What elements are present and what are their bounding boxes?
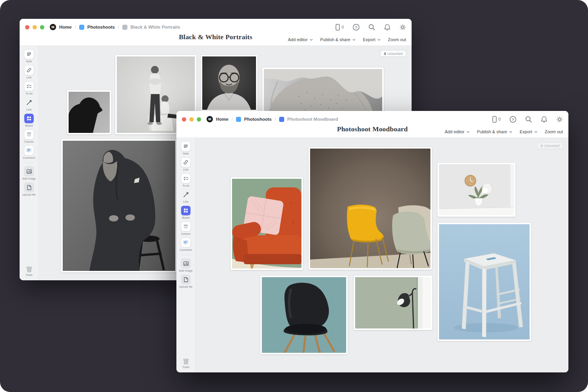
tool-column[interactable]: Column <box>24 130 34 143</box>
image-card-bald-man[interactable] <box>201 55 258 111</box>
image-card-black-chair[interactable] <box>260 276 348 354</box>
breadcrumb: M Home / Photoshoots / Black & White Por… <box>50 24 180 30</box>
chevron-down-icon <box>352 39 356 41</box>
image-card-woman-profile[interactable] <box>67 90 111 134</box>
header-icon-row: 0 ? <box>336 24 406 31</box>
minimize-window-button[interactable] <box>33 25 37 29</box>
tool-upload-file[interactable]: Upload file <box>22 183 36 196</box>
comment-icon <box>181 238 191 247</box>
device-count: 0 <box>498 117 501 122</box>
tool-add-image[interactable]: Add image <box>179 259 192 272</box>
tool-add-image[interactable]: Add image <box>22 167 36 180</box>
board-icon <box>24 114 34 123</box>
milanote-logo-icon[interactable]: M <box>50 24 56 30</box>
add-editor-menu[interactable]: Add editor <box>445 129 470 134</box>
tool-upload-file[interactable]: Upload file <box>179 275 192 288</box>
close-window-button[interactable] <box>182 117 186 122</box>
photo-orange-sofa <box>232 179 301 269</box>
column-icon <box>181 222 191 231</box>
image-card-orange-sofa[interactable] <box>230 177 303 270</box>
board-icon-photoshoots <box>79 25 84 30</box>
image-card-floor-lamp[interactable] <box>354 276 432 330</box>
tool-sidebar: Note Link To-do Line Board <box>176 138 196 372</box>
breadcrumb-current: Photoshoot Moodboard <box>287 117 338 122</box>
breadcrumb-home[interactable]: Home <box>216 117 229 122</box>
photo-woman-profile <box>69 92 110 133</box>
chevron-down-icon <box>509 131 512 133</box>
breadcrumb: M Home / Photoshoots / Photoshoot Moodbo… <box>207 116 338 122</box>
export-menu[interactable]: Export <box>520 129 537 134</box>
add-editor-menu[interactable]: Add editor <box>288 37 313 42</box>
breadcrumb-home[interactable]: Home <box>59 25 72 29</box>
board-icon-current <box>279 117 284 122</box>
chevron-down-icon <box>377 39 381 41</box>
breadcrumb-separator: / <box>118 25 119 29</box>
trash-icon <box>183 358 189 365</box>
publish-share-menu[interactable]: Publish & share <box>320 37 356 42</box>
tool-note[interactable]: Note <box>181 142 191 155</box>
unsorted-badge[interactable]: 3Unsorted <box>380 50 406 57</box>
search-icon[interactable] <box>525 116 532 123</box>
breadcrumb-separator: / <box>275 117 276 122</box>
fullscreen-window-button[interactable] <box>40 25 44 29</box>
settings-gear-icon[interactable] <box>556 116 563 123</box>
window-controls <box>182 117 201 122</box>
window-controls <box>25 25 44 29</box>
chevron-down-icon <box>466 131 470 133</box>
image-card-stool[interactable] <box>437 223 531 341</box>
notifications-bell-icon[interactable] <box>541 116 547 123</box>
fullscreen-window-button[interactable] <box>197 117 201 122</box>
header-icon-row: 0 ? <box>492 116 563 123</box>
zoom-out-button[interactable]: Zoom out <box>388 37 406 42</box>
search-icon[interactable] <box>368 24 375 31</box>
devices-button[interactable]: 0 <box>492 116 501 123</box>
tool-comment[interactable]: Comment <box>180 238 192 251</box>
photo-bearded-man <box>63 141 175 271</box>
zoom-out-button[interactable]: Zoom out <box>545 129 563 134</box>
tool-todo[interactable]: To-do <box>24 82 34 95</box>
board-icon-current <box>122 25 127 30</box>
help-icon[interactable]: ? <box>510 116 516 123</box>
device-count: 0 <box>341 25 344 29</box>
board-menu: Add editor Publish & share Export Zoom o… <box>445 129 563 134</box>
trash-dropzone[interactable]: Trash <box>176 358 195 368</box>
milanote-logo-icon[interactable]: M <box>207 116 213 122</box>
add-image-icon <box>24 167 34 176</box>
minimize-window-button[interactable] <box>189 117 194 122</box>
chevron-down-icon <box>534 131 537 133</box>
board-icon-photoshoots <box>236 117 241 122</box>
tool-line[interactable]: Line <box>181 190 191 203</box>
tool-board[interactable]: Board <box>24 114 34 127</box>
sidebar-divider <box>24 163 34 163</box>
breadcrumb-separator: / <box>75 25 76 29</box>
image-card-desk-clock-lamp[interactable] <box>437 163 515 217</box>
breadcrumb-photoshoots[interactable]: Photoshoots <box>244 117 272 122</box>
tool-note[interactable]: Note <box>24 49 34 63</box>
tool-comment[interactable]: Comment <box>23 146 35 159</box>
note-icon <box>181 142 191 151</box>
settings-gear-icon[interactable] <box>399 24 406 31</box>
export-menu[interactable]: Export <box>363 37 381 42</box>
image-card-bearded-man[interactable] <box>61 139 177 272</box>
notifications-bell-icon[interactable] <box>384 24 390 31</box>
todo-icon <box>181 174 191 183</box>
window-header: M Home / Photoshoots / Photoshoot Moodbo… <box>176 111 568 138</box>
help-icon[interactable]: ? <box>353 24 359 31</box>
image-card-chairs[interactable] <box>309 147 432 270</box>
devices-button[interactable]: 0 <box>336 24 344 31</box>
breadcrumb-photoshoots[interactable]: Photoshoots <box>87 25 115 29</box>
trash-icon <box>26 266 33 272</box>
tool-line[interactable]: Line <box>24 98 34 111</box>
tool-link[interactable]: Link <box>181 158 191 171</box>
tool-board[interactable]: Board <box>181 206 191 219</box>
window-header: M Home / Photoshoots / Black & White Por… <box>20 19 412 46</box>
close-window-button[interactable] <box>25 25 29 29</box>
trash-dropzone[interactable]: Trash <box>20 266 38 276</box>
tool-link[interactable]: Link <box>24 65 34 79</box>
publish-share-menu[interactable]: Publish & share <box>477 129 512 134</box>
tool-todo[interactable]: To-do <box>181 174 191 187</box>
unsorted-badge[interactable]: 0Unsorted <box>537 142 563 149</box>
board-canvas[interactable]: 0Unsorted <box>196 138 568 372</box>
desktop-background: M Home / Photoshoots / Black & White Por… <box>0 0 588 392</box>
tool-column[interactable]: Column <box>181 222 191 235</box>
